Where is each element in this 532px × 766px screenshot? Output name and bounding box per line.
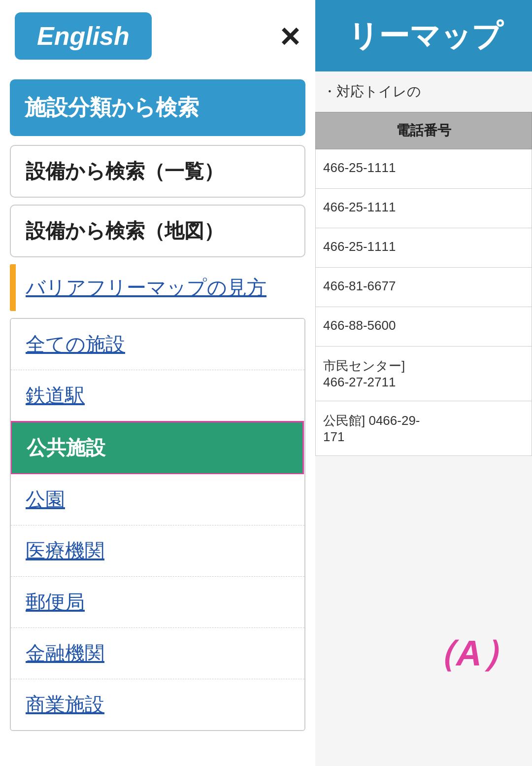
table-cell-6: 市民センター]466-27-2711 bbox=[315, 347, 532, 401]
menu-top-bar: English × bbox=[0, 0, 315, 72]
menu-body: 施設分類から検索 設備から検索（一覧） 設備から検索（地図） バリアフリーマップ… bbox=[0, 72, 315, 766]
table-cell-5: 466-88-5600 bbox=[315, 307, 532, 347]
table-cell-4: 466-81-6677 bbox=[315, 268, 532, 307]
close-button[interactable]: × bbox=[280, 19, 300, 53]
menu-overlay: English × 施設分類から検索 設備から検索（一覧） 設備から検索（地図）… bbox=[0, 0, 315, 766]
link-accent-bar bbox=[10, 264, 16, 311]
sublist-item-commercial[interactable]: 商業施設 bbox=[11, 679, 304, 730]
table-cell-7: 公民館] 0466-29-171 bbox=[315, 401, 532, 456]
badge-a-label: （A） bbox=[421, 630, 517, 677]
facility-sublist: 全ての施設 鉄道駅 公共施設 公園 医療機関 郵便局 金融機関 商業施設 bbox=[10, 318, 305, 731]
sublist-item-train-stations[interactable]: 鉄道駅 bbox=[11, 370, 304, 421]
sublist-item-all-facilities[interactable]: 全ての施設 bbox=[11, 319, 304, 370]
sublist-item-public-facilities[interactable]: 公共施設 bbox=[10, 421, 304, 475]
english-button[interactable]: English bbox=[15, 12, 152, 60]
map-guide-link-section: バリアフリーマップの見方 bbox=[10, 264, 305, 311]
search-by-equipment-list-button[interactable]: 設備から検索（一覧） bbox=[10, 145, 305, 198]
table-cell-2: 466-25-1111 bbox=[315, 189, 532, 228]
table-header: 電話番号 bbox=[315, 112, 532, 149]
search-by-category-button[interactable]: 施設分類から検索 bbox=[10, 79, 305, 136]
sublist-item-post-offices[interactable]: 郵便局 bbox=[11, 577, 304, 628]
header-title: リーマップ bbox=[348, 15, 512, 57]
map-guide-link[interactable]: バリアフリーマップの見方 bbox=[16, 264, 305, 311]
table-cell-3: 466-25-1111 bbox=[315, 228, 532, 268]
sublist-item-financial[interactable]: 金融機関 bbox=[11, 628, 304, 679]
sublist-item-medical[interactable]: 医療機関 bbox=[11, 525, 304, 577]
sublist-item-parks[interactable]: 公園 bbox=[11, 474, 304, 525]
search-by-equipment-map-button[interactable]: 設備から検索（地図） bbox=[10, 205, 305, 257]
right-description: ・対応トイレの bbox=[315, 71, 532, 112]
table-cell-1: 466-25-1111 bbox=[315, 149, 532, 189]
